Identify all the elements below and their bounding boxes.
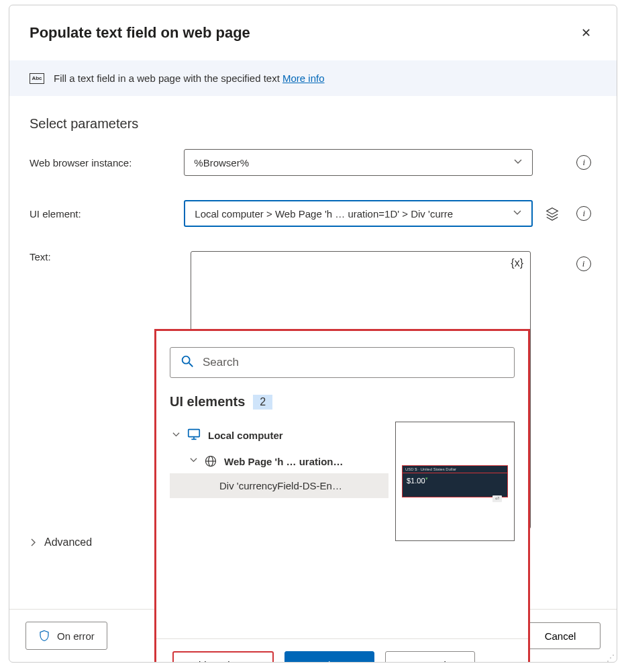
banner-text: Fill a text field in a web page with the… bbox=[54, 73, 325, 84]
ui-element-value: Local computer > Web Page 'h … uration=1… bbox=[195, 208, 453, 220]
element-preview: USD $ · United States Dollar $1.00▾ ⏎ bbox=[395, 422, 515, 541]
resize-grip-icon[interactable]: ⋰ bbox=[607, 656, 615, 660]
chevron-down-icon[interactable] bbox=[172, 431, 180, 440]
more-info-link[interactable]: More info bbox=[282, 73, 325, 84]
advanced-toggle[interactable]: Advanced bbox=[30, 536, 92, 548]
info-icon[interactable]: i bbox=[576, 206, 591, 221]
preview-caption: USD $ · United States Dollar bbox=[403, 466, 507, 473]
advanced-label: Advanced bbox=[44, 536, 92, 548]
popup-footer: Add UI element Select Cancel bbox=[170, 639, 515, 663]
info-icon[interactable]: i bbox=[576, 155, 591, 170]
select-button[interactable]: Select bbox=[284, 651, 374, 663]
chevron-right-icon bbox=[30, 538, 38, 546]
param-label: Web browser instance: bbox=[30, 157, 177, 169]
ui-element-dropdown[interactable]: Local computer > Web Page 'h … uration=1… bbox=[184, 200, 533, 227]
svg-line-1 bbox=[189, 363, 193, 367]
search-input[interactable]: Search bbox=[170, 347, 515, 378]
on-error-label: On error bbox=[57, 630, 95, 642]
abc-icon: Abc bbox=[30, 73, 44, 84]
tree-page-label: Web Page 'h … uration… bbox=[224, 456, 343, 467]
browser-value: %Browser% bbox=[194, 157, 249, 169]
monitor-icon bbox=[187, 427, 201, 444]
tree-root-label: Local computer bbox=[208, 430, 283, 441]
ui-element-picker-popup: Search UI elements 2 Local computer bbox=[154, 329, 530, 663]
search-placeholder: Search bbox=[203, 356, 239, 369]
search-icon bbox=[180, 354, 195, 372]
on-error-button[interactable]: On error bbox=[25, 622, 107, 650]
keyboard-icon: ⏎ bbox=[492, 495, 502, 502]
dialog-header: Populate text field on web page ✕ bbox=[9, 5, 617, 60]
tree-root[interactable]: Local computer bbox=[170, 422, 388, 449]
layers-icon[interactable] bbox=[539, 206, 564, 221]
info-banner: Abc Fill a text field in a web page with… bbox=[9, 60, 617, 96]
variable-picker-icon[interactable]: {x} bbox=[511, 257, 523, 269]
param-label: UI element: bbox=[30, 208, 177, 220]
tree-leaf-label: Div 'currencyField-DS-En… bbox=[219, 480, 342, 491]
chevron-down-icon bbox=[513, 157, 523, 169]
tree-leaf[interactable]: Div 'currencyField-DS-En… bbox=[170, 473, 388, 498]
tree-page[interactable]: Web Page 'h … uration… bbox=[170, 449, 388, 473]
preview-thumbnail: USD $ · United States Dollar $1.00▾ ⏎ bbox=[402, 465, 508, 497]
section-heading: Select parameters bbox=[30, 116, 596, 132]
dialog-title: Populate text field on web page bbox=[30, 24, 250, 42]
count-badge: 2 bbox=[253, 395, 272, 410]
globe-icon bbox=[204, 454, 217, 468]
dialog: Populate text field on web page ✕ Abc Fi… bbox=[9, 5, 617, 663]
close-icon[interactable]: ✕ bbox=[576, 20, 596, 46]
ui-element-tree: Local computer Web Page 'h … uration… Di… bbox=[170, 422, 388, 498]
info-icon[interactable]: i bbox=[576, 256, 591, 271]
param-ui-row: UI element: Local computer > Web Page 'h… bbox=[30, 200, 596, 227]
preview-amount: $1.00▾ bbox=[403, 473, 507, 487]
param-label: Text: bbox=[30, 251, 184, 262]
chevron-down-icon[interactable] bbox=[190, 457, 197, 466]
browser-dropdown[interactable]: %Browser% bbox=[184, 149, 533, 176]
shield-icon bbox=[38, 630, 50, 642]
svg-point-0 bbox=[183, 356, 190, 363]
chevron-down-icon bbox=[513, 208, 522, 220]
dialog-body: Select parameters Web browser instance: … bbox=[9, 96, 617, 609]
popup-cancel-button[interactable]: Cancel bbox=[385, 651, 475, 663]
add-ui-element-button[interactable]: Add UI element bbox=[172, 651, 274, 663]
svg-rect-2 bbox=[189, 430, 200, 437]
param-browser-row: Web browser instance: %Browser% i bbox=[30, 149, 596, 176]
cancel-button[interactable]: Cancel bbox=[520, 622, 601, 649]
ui-elements-heading: UI elements 2 bbox=[170, 394, 515, 410]
